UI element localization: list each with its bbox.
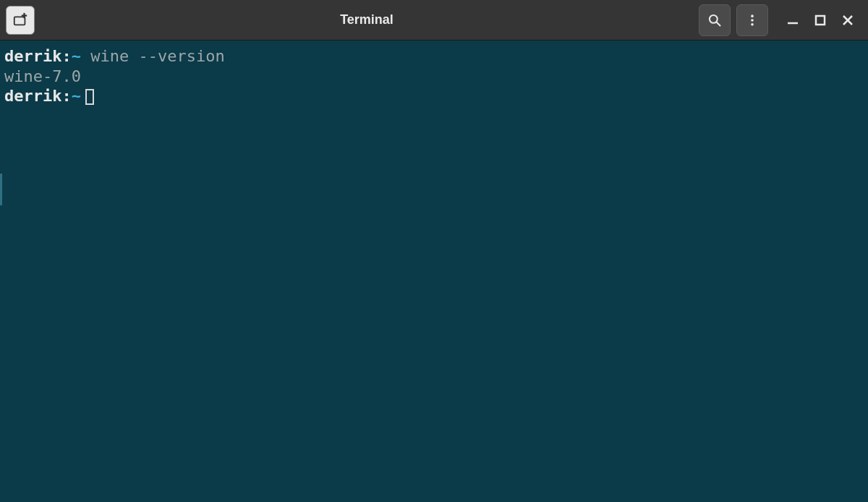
terminal-body[interactable]: derrik:~ wine --version wine-7.0 derrik:… <box>0 41 868 112</box>
svg-point-5 <box>751 14 754 17</box>
minimize-button[interactable] <box>786 13 800 27</box>
search-icon <box>707 13 722 27</box>
svg-point-7 <box>751 23 754 26</box>
maximize-button[interactable] <box>813 13 827 27</box>
terminal-line: derrik:~ <box>4 86 864 106</box>
prompt-path: ~ <box>72 47 81 65</box>
titlebar-right <box>699 4 862 36</box>
search-button[interactable] <box>699 4 731 36</box>
accent-bar <box>0 174 2 205</box>
new-tab-button[interactable] <box>6 6 35 35</box>
close-icon <box>842 14 854 26</box>
titlebar-left <box>6 6 35 35</box>
minimize-icon <box>786 14 799 27</box>
prompt-user: derrik <box>4 47 61 65</box>
menu-dots-icon <box>745 13 760 27</box>
terminal-line: derrik:~ wine --version <box>4 46 864 67</box>
command-text: wine --version <box>81 47 225 65</box>
prompt-path: ~ <box>72 87 81 105</box>
menu-button[interactable] <box>736 4 768 36</box>
new-tab-icon <box>12 12 28 28</box>
prompt-user: derrik <box>4 87 61 105</box>
svg-line-4 <box>717 22 720 25</box>
prompt-colon: : <box>61 87 71 105</box>
cursor <box>85 89 94 105</box>
window-controls <box>786 13 855 27</box>
svg-rect-0 <box>14 17 25 25</box>
close-button[interactable] <box>841 13 855 27</box>
maximize-icon <box>814 14 826 26</box>
titlebar: Terminal <box>0 0 868 41</box>
svg-rect-9 <box>816 16 825 25</box>
window-title: Terminal <box>35 12 699 27</box>
output-text: wine-7.0 <box>4 67 81 85</box>
svg-point-6 <box>751 19 754 22</box>
prompt-colon: : <box>61 47 71 65</box>
terminal-line: wine-7.0 <box>4 67 864 87</box>
